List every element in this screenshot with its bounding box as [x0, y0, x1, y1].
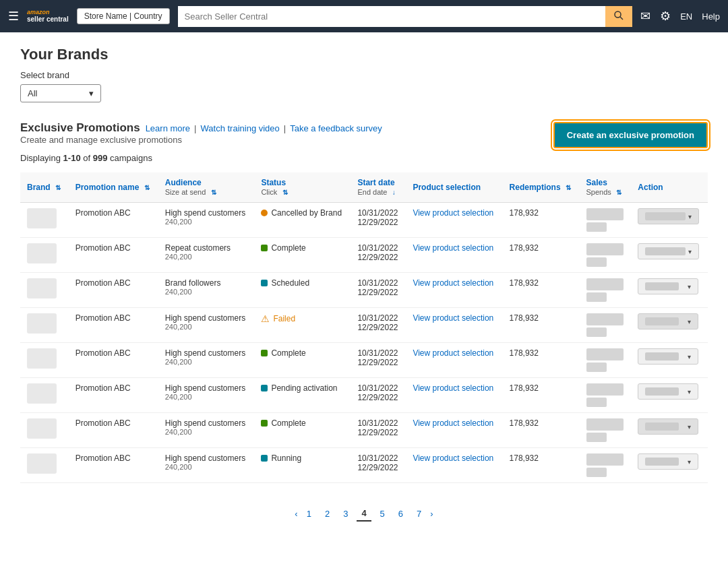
cell-product-selection: View product selection [406, 413, 502, 448]
pagination-page-7[interactable]: 7 [412, 507, 426, 521]
action-button[interactable]: ▾ [638, 453, 698, 470]
brand-logo [27, 383, 57, 404]
view-product-selection-link[interactable]: View product selection [413, 313, 493, 323]
sales-bar [586, 383, 624, 396]
brand-logo [27, 418, 57, 439]
cell-promotion-name: Promotion ABC [69, 203, 158, 238]
brand-logo [27, 208, 57, 228]
cell-product-selection: View product selection [406, 448, 502, 483]
mail-icon[interactable]: ✉ [640, 9, 650, 24]
pagination-page-6[interactable]: 6 [394, 507, 408, 521]
cell-dates: 10/31/2022 12/29/2022 [351, 308, 406, 343]
th-sales[interactable]: SalesSpends ⇅ [580, 172, 632, 203]
action-chevron-icon: ▾ [688, 388, 691, 396]
th-start-date[interactable]: Start dateEnd date ↓ [351, 172, 406, 203]
th-status[interactable]: StatusClick ⇅ [254, 172, 351, 203]
status-dot [261, 455, 268, 462]
create-promotion-button[interactable]: Create an exclusive promotion [553, 122, 708, 148]
cell-sales [580, 238, 632, 273]
view-product-selection-link[interactable]: View product selection [413, 383, 493, 393]
pagination-page-2[interactable]: 2 [320, 507, 334, 521]
your-brands-section: Your Brands Select brand All ▾ [20, 46, 708, 102]
th-audience[interactable]: AudienceSize at send ⇅ [158, 172, 255, 203]
cell-redemptions: 178,932 [503, 273, 580, 308]
watch-video-link[interactable]: Watch training video [201, 123, 280, 133]
th-redemptions[interactable]: Redemptions ⇅ [503, 172, 580, 203]
cell-promotion-name: Promotion ABC [69, 308, 158, 343]
action-button[interactable]: ▾ [638, 278, 698, 294]
brand-logo [27, 348, 57, 369]
start-date: 10/31/2022 [357, 208, 399, 218]
search-button[interactable] [605, 6, 632, 27]
th-promotion-name[interactable]: Promotion name ⇅ [69, 172, 158, 203]
cell-redemptions: 178,932 [503, 308, 580, 343]
action-button[interactable]: ▾ [638, 313, 698, 329]
audience-size: 240,200 [165, 288, 248, 296]
status-badge: Complete [261, 348, 344, 358]
view-product-selection-link[interactable]: View product selection [413, 453, 493, 463]
action-chevron-icon: ▾ [688, 248, 692, 255]
settings-icon[interactable]: ⚙ [660, 9, 671, 24]
start-date: 10/31/2022 [357, 383, 399, 393]
feedback-link[interactable]: Take a feedback survey [290, 123, 382, 133]
view-product-selection-link[interactable]: View product selection [413, 243, 493, 253]
cell-product-selection: View product selection [406, 273, 502, 308]
brand-logo [27, 278, 57, 298]
menu-icon[interactable]: ☰ [8, 9, 19, 24]
audience-size: 240,200 [165, 428, 248, 436]
cell-brand [20, 448, 69, 483]
action-chevron-icon: ▾ [688, 283, 691, 290]
store-selector[interactable]: Store Name | Country [77, 8, 170, 24]
start-date: 10/31/2022 [357, 313, 399, 323]
status-label: Complete [271, 418, 305, 428]
search-input[interactable] [178, 6, 606, 27]
pagination-page-5[interactable]: 5 [375, 507, 390, 521]
cell-status: Pending activation [254, 378, 351, 413]
spends-bar [586, 222, 607, 232]
view-product-selection-link[interactable]: View product selection [413, 418, 493, 428]
learn-more-link[interactable]: Learn more [146, 123, 190, 133]
pagination-prev[interactable]: ‹ [295, 509, 297, 519]
action-button[interactable]: ▾ [638, 383, 698, 400]
brand-select-value: All [28, 88, 37, 98]
pagination-next[interactable]: › [430, 509, 433, 519]
audience-type: High spend customers [165, 418, 248, 428]
action-button[interactable]: ▾ [638, 348, 698, 365]
view-product-selection-link[interactable]: View product selection [413, 348, 493, 358]
cell-sales [580, 413, 632, 448]
view-product-selection-link[interactable]: View product selection [413, 208, 493, 218]
cell-audience: High spend customers 240,200 [158, 203, 255, 238]
status-dot [261, 280, 268, 286]
view-product-selection-link[interactable]: View product selection [413, 278, 493, 288]
brand-select[interactable]: All ▾ [20, 84, 101, 102]
pagination-page-3[interactable]: 3 [338, 507, 353, 521]
status-label: Complete [271, 348, 305, 358]
cell-product-selection: View product selection [406, 308, 502, 343]
help-link[interactable]: Help [702, 11, 720, 22]
pagination: ‹ 1 2 3 4 5 6 7 › [20, 497, 708, 531]
language-selector[interactable]: EN [680, 11, 692, 22]
cell-action: ▾ [631, 273, 708, 308]
section-header: Exclusive Promotions Learn more | Watch … [20, 121, 708, 149]
status-dot [261, 420, 268, 427]
cell-promotion-name: Promotion ABC [69, 448, 158, 483]
end-date: 12/29/2022 [357, 358, 399, 367]
cell-redemptions: 178,932 [503, 378, 580, 413]
cell-brand [20, 203, 69, 238]
brand-select-arrow: ▾ [89, 88, 94, 98]
section-subtitle: Create and manage exclusive promotions [20, 135, 382, 145]
cell-redemptions: 178,932 [503, 343, 580, 378]
status-badge: Running [261, 453, 344, 463]
pagination-page-1[interactable]: 1 [302, 507, 316, 521]
action-button[interactable]: ▾ [638, 208, 699, 224]
sales-bar [586, 453, 624, 466]
action-button[interactable]: ▾ [638, 243, 699, 259]
table-row: Promotion ABC High spend customers 240,2… [20, 203, 708, 238]
th-brand[interactable]: Brand ⇅ [20, 172, 69, 203]
audience-type: High spend customers [165, 208, 248, 218]
pagination-page-4[interactable]: 4 [357, 506, 371, 522]
action-button[interactable]: ▾ [638, 418, 698, 435]
audience-size: 240,200 [165, 358, 248, 366]
audience-type: High spend customers [165, 383, 248, 393]
cell-dates: 10/31/2022 12/29/2022 [351, 378, 406, 413]
